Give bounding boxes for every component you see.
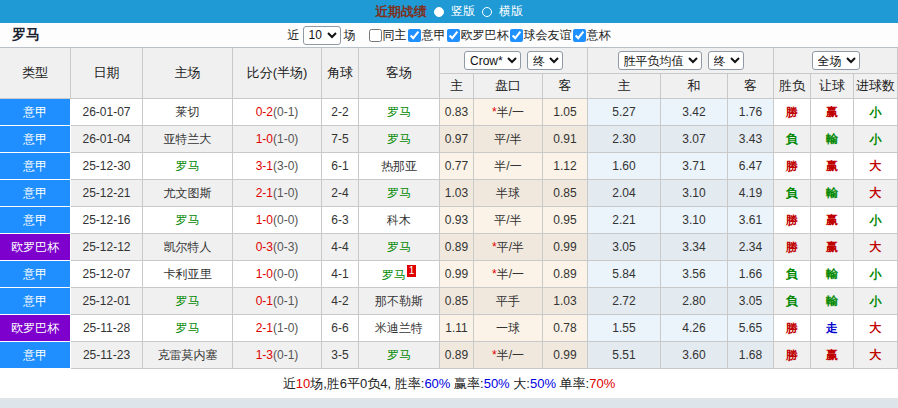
col-header-date: 日期 — [71, 48, 143, 99]
filter-checkbox[interactable] — [447, 29, 460, 42]
cell-result-goals: 大 — [854, 342, 898, 369]
cell-score: 0-3(0-3) — [233, 234, 322, 261]
summary-segment: 赢率: — [450, 375, 483, 393]
halftime-score: (1-0) — [273, 186, 298, 200]
handicap-text: 半/一 — [494, 159, 521, 173]
odds-time-select-2[interactable]: 终 — [708, 51, 744, 70]
cell-odds-home: 0.93 — [440, 207, 474, 234]
filter-checkbox-item[interactable]: 同主 — [368, 27, 407, 44]
cell-odds-away: 0.99 — [543, 342, 588, 369]
cell-away-team: 科木 — [359, 207, 440, 234]
cell-league: 意甲 — [0, 180, 71, 207]
cell-odds-home: 0.99 — [440, 261, 474, 288]
cell-handicap: 一球 — [474, 315, 543, 342]
cell-odds-home: 0.77 — [440, 153, 474, 180]
cell-result-winloss: 負 — [774, 126, 811, 153]
cell-score: 1-0(0-0) — [233, 207, 322, 234]
summary-segment: 大: — [510, 375, 530, 393]
cell-league: 意甲 — [0, 207, 71, 234]
fulltime-score: 1-0 — [256, 267, 273, 281]
filter-checkbox-label: 同主 — [383, 27, 407, 44]
summary-segment: 50% — [530, 376, 556, 391]
cell-corners: 7-5 — [322, 126, 359, 153]
cell-avg-away: 3.43 — [728, 126, 774, 153]
horizontal-layout-label[interactable]: 横版 — [499, 3, 523, 20]
cell-corners: 2-4 — [322, 180, 359, 207]
filter-checkbox-item[interactable]: 球会友谊 — [509, 27, 572, 44]
cell-result-goals: 大 — [854, 234, 898, 261]
filter-checkbox[interactable] — [510, 29, 523, 42]
filter-checkbox-item[interactable]: 意甲 — [407, 27, 446, 44]
cell-away-team: 罗马 — [359, 126, 440, 153]
filter-checkbox-label: 意杯 — [587, 27, 611, 44]
table-row: 意甲 25-11-23 克雷莫内塞 1-3(0-1) 3-5 罗马 0.89 *… — [0, 342, 898, 369]
filter-checkbox-item[interactable]: 欧罗巴杯 — [446, 27, 509, 44]
home-team-name: 卡利亚里 — [164, 267, 212, 281]
cell-home-team: 克雷莫内塞 — [143, 342, 233, 369]
cell-odds-away: 0.85 — [543, 180, 588, 207]
filter-checkbox[interactable] — [369, 29, 382, 42]
near-label: 近 — [288, 27, 300, 44]
filter-checkbox[interactable] — [408, 29, 421, 42]
subheader-winloss: 胜负 — [774, 74, 811, 99]
cell-league: 意甲 — [0, 342, 71, 369]
cell-corners: 3-5 — [322, 342, 359, 369]
cell-result-goals: 小 — [854, 126, 898, 153]
cell-score: 2-1(1-0) — [233, 315, 322, 342]
cell-home-team: 凯尔特人 — [143, 234, 233, 261]
cell-handicap: 平手 — [474, 288, 543, 315]
wdl-source-select[interactable]: 胜平负均值 — [618, 51, 702, 70]
summary-segment: 60% — [424, 376, 450, 391]
cell-result-goals: 大 — [854, 180, 898, 207]
filter-checkbox-item[interactable]: 意杯 — [572, 27, 611, 44]
filter-checkbox[interactable] — [573, 29, 586, 42]
horizontal-layout-radio-icon[interactable] — [482, 7, 492, 17]
cell-result-handicap: 走 — [811, 315, 854, 342]
fulltime-score: 0-2 — [256, 105, 273, 119]
table-row: 意甲 26-01-07 莱切 0-2(0-1) 2-2 罗马 0.83 *半/一… — [0, 99, 898, 126]
cell-odds-home: 1.11 — [440, 315, 474, 342]
cell-away-team: 罗马 — [359, 234, 440, 261]
cell-result-goals: 大 — [854, 315, 898, 342]
cell-score: 1-3(0-1) — [233, 342, 322, 369]
away-team-name: 科木 — [387, 213, 411, 227]
cell-avg-away: 6.47 — [728, 153, 774, 180]
cell-corners: 6-3 — [322, 207, 359, 234]
summary-bar: 近10场,胜6平0负4, 胜率:60% 赢率:50% 大:50% 单率:70% — [0, 369, 898, 398]
cell-corners: 4-2 — [322, 288, 359, 315]
cell-avg-home: 5.84 — [588, 261, 661, 288]
summary-segment: 10 — [296, 376, 310, 391]
cell-away-team: 罗马1 — [359, 261, 440, 288]
cell-avg-home: 2.21 — [588, 207, 661, 234]
cell-odds-home: 0.97 — [440, 126, 474, 153]
handicap-text: 半/一 — [497, 348, 524, 362]
cell-odds-home: 0.83 — [440, 99, 474, 126]
cell-home-team: 罗马 — [143, 153, 233, 180]
subheader-goals: 进球数 — [854, 74, 898, 99]
scope-select[interactable]: 全场 — [812, 51, 860, 70]
halftime-score: (0-1) — [273, 294, 298, 308]
vertical-layout-label[interactable]: 竖版 — [451, 3, 475, 20]
halftime-score: (0-0) — [273, 213, 298, 227]
vertical-layout-radio-icon[interactable] — [434, 7, 444, 17]
cell-handicap: 平/半 — [474, 126, 543, 153]
cell-result-goals: 小 — [854, 207, 898, 234]
card-badge: 1 — [407, 265, 417, 277]
cell-avg-draw: 3.07 — [661, 126, 728, 153]
col-header-home: 主场 — [143, 48, 233, 99]
cell-handicap: 半/一 — [474, 153, 543, 180]
cell-avg-home: 2.72 — [588, 288, 661, 315]
odds-time-select-1[interactable]: 终 — [527, 51, 563, 70]
cell-avg-draw: 3.42 — [661, 99, 728, 126]
odds-source-select[interactable]: Crow* — [464, 51, 521, 70]
table-row: 意甲 25-12-21 尤文图斯 2-1(1-0) 2-4 罗马 1.03 半球… — [0, 180, 898, 207]
subheader-wdl-home: 主 — [588, 74, 661, 99]
league-filters: 同主意甲欧罗巴杯球会友谊意杯 — [359, 27, 611, 44]
cell-league: 欧罗巴杯 — [0, 315, 71, 342]
cell-away-team: 那不勒斯 — [359, 288, 440, 315]
cell-date: 25-12-01 — [71, 288, 143, 315]
header-row-top: 类型 日期 主场 比分(半场) 角球 客场 Crow* 终 胜平负均值 终 — [0, 48, 898, 74]
match-count-select[interactable]: 10 — [303, 26, 341, 45]
cell-result-winloss: 負 — [774, 288, 811, 315]
cell-avg-home: 3.05 — [588, 234, 661, 261]
